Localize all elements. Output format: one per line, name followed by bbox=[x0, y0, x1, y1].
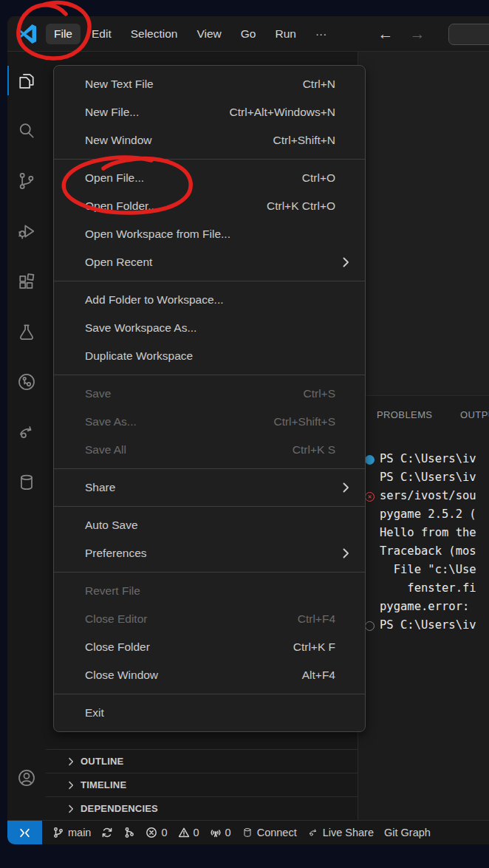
menu-item-preferences[interactable]: Preferences bbox=[54, 539, 365, 567]
terminal-marker-pending-icon bbox=[365, 621, 375, 631]
menubar-item-more[interactable]: ··· bbox=[307, 24, 335, 44]
menu-item-new-text-file[interactable]: New Text FileCtrl+N bbox=[54, 70, 365, 98]
section-chevron-icon bbox=[65, 779, 77, 791]
menu-item-new-file[interactable]: New File...Ctrl+Alt+Windows+N bbox=[54, 98, 365, 126]
status-item-label: 0 bbox=[161, 827, 167, 838]
activity-item-database[interactable] bbox=[7, 462, 46, 503]
terminal-line-text: fenster.fi bbox=[380, 581, 476, 595]
file-menu-dropdown: New Text FileCtrl+NNew File...Ctrl+Alt+W… bbox=[53, 65, 366, 732]
bottom-panel: PROBLEMS OUTPUT PS C:\Users\ivPS C:\User… bbox=[358, 395, 489, 820]
history-nav: ← → bbox=[377, 26, 425, 41]
menubar-item-run[interactable]: Run bbox=[267, 24, 304, 44]
menubar-item-view[interactable]: View bbox=[188, 24, 229, 44]
status-item-0[interactable]: 0 bbox=[178, 827, 199, 838]
activity-item-gitlens[interactable] bbox=[7, 361, 46, 403]
menubar-item-selection[interactable]: Selection bbox=[123, 24, 186, 44]
status-item-0[interactable]: 0 bbox=[146, 827, 167, 838]
menu-item-open-workspace-from-file[interactable]: Open Workspace from File... bbox=[54, 220, 365, 248]
activity-item-live-share[interactable] bbox=[7, 411, 46, 453]
vscode-window: FileEditSelectionViewGoRun··· ← → OUTLIN… bbox=[7, 16, 489, 844]
section-chevron-icon bbox=[65, 756, 77, 768]
menu-item-open-folder[interactable]: Open Folder...Ctrl+K Ctrl+O bbox=[54, 192, 365, 220]
status-item-git-graph[interactable] bbox=[123, 827, 135, 838]
sidebar-section-dependencies[interactable]: DEPENDENCIES bbox=[46, 796, 358, 820]
menu-item-exit[interactable]: Exit bbox=[54, 699, 365, 727]
menu-item-save: SaveCtrl+S bbox=[54, 380, 365, 408]
status-item-live-share[interactable]: Live Share bbox=[307, 827, 374, 838]
explorer-icon bbox=[16, 70, 37, 91]
menu-item-close-window[interactable]: Close WindowAlt+F4 bbox=[54, 661, 365, 689]
activity-item-run-and-debug[interactable] bbox=[7, 211, 46, 252]
back-arrow-icon[interactable]: ← bbox=[377, 26, 393, 41]
menu-item-label: Save bbox=[85, 387, 111, 400]
menu-item-label: Preferences bbox=[85, 547, 147, 560]
menu-item-open-file[interactable]: Open File...Ctrl+O bbox=[54, 164, 365, 192]
activity-item-search[interactable] bbox=[7, 110, 46, 151]
terminal-marker-error-icon: ✕ bbox=[365, 492, 375, 502]
submenu-chevron-icon bbox=[338, 546, 353, 561]
terminal-line: fenster.fi bbox=[358, 579, 489, 598]
tab-problems[interactable]: PROBLEMS bbox=[377, 409, 432, 420]
activity-item-explorer[interactable] bbox=[7, 60, 46, 101]
menubar-item-file[interactable]: File bbox=[46, 24, 81, 44]
menu-item-shortcut: Ctrl+N bbox=[303, 78, 335, 91]
activity-item-accounts[interactable] bbox=[7, 757, 46, 799]
status-items: main000ConnectLive ShareGit Graph bbox=[42, 827, 431, 838]
menu-item-save-workspace-as[interactable]: Save Workspace As... bbox=[54, 314, 365, 342]
forward-arrow-icon[interactable]: → bbox=[409, 26, 425, 41]
menu-item-duplicate-workspace[interactable]: Duplicate Workspace bbox=[54, 342, 365, 370]
menu-item-new-window[interactable]: New WindowCtrl+Shift+N bbox=[54, 126, 365, 154]
warning-triangle-icon bbox=[178, 827, 190, 838]
terminal-line-text: Traceback (mos bbox=[380, 544, 476, 558]
terminal-line: pygame 2.5.2 ( bbox=[358, 505, 489, 524]
terminal-line: Hello from the bbox=[358, 524, 489, 542]
search-icon bbox=[16, 120, 37, 141]
activity-item-source-control[interactable] bbox=[7, 160, 46, 202]
editor-area bbox=[358, 52, 489, 395]
status-item-label: 0 bbox=[194, 827, 199, 838]
menubar-item-edit[interactable]: Edit bbox=[83, 24, 120, 44]
live-share-icon bbox=[16, 422, 37, 442]
menu-item-save-all: Save AllCtrl+K S bbox=[54, 436, 365, 464]
status-bar: main000ConnectLive ShareGit Graph bbox=[7, 820, 489, 844]
activity-item-extensions[interactable] bbox=[7, 261, 46, 302]
accounts-icon bbox=[16, 768, 37, 788]
terminal-line: File "c:\Use bbox=[358, 561, 489, 579]
menu-item-shortcut: Ctrl+Shift+S bbox=[273, 415, 335, 428]
status-item-main[interactable]: main bbox=[52, 827, 91, 838]
menu-item-close-folder[interactable]: Close FolderCtrl+K F bbox=[54, 633, 365, 661]
menu-item-shortcut: Alt+F4 bbox=[302, 669, 335, 682]
menu-item-save-as: Save As...Ctrl+Shift+S bbox=[54, 408, 365, 436]
database-icon bbox=[16, 472, 37, 493]
status-item-label: Git Graph bbox=[384, 827, 431, 838]
terminal-line: PS C:\Users\iv bbox=[358, 616, 489, 635]
menu-item-add-folder-to-workspace[interactable]: Add Folder to Workspace... bbox=[54, 286, 365, 314]
command-center-search-input[interactable] bbox=[448, 24, 489, 45]
status-item-label: Connect bbox=[257, 827, 297, 838]
sidebar-section-timeline[interactable]: TIMELINE bbox=[46, 773, 358, 796]
menu-item-share[interactable]: Share bbox=[54, 474, 365, 502]
sidebar-section-outline[interactable]: OUTLINE bbox=[46, 749, 358, 773]
status-item-connect[interactable]: Connect bbox=[242, 827, 297, 838]
terminal-line-text: pygame.error: bbox=[380, 600, 469, 613]
menu-item-open-recent[interactable]: Open Recent bbox=[54, 248, 365, 276]
status-item-git-graph[interactable]: Git Graph bbox=[384, 827, 431, 838]
menu-separator bbox=[54, 281, 365, 281]
menu-item-label: Save As... bbox=[85, 415, 137, 428]
activity-item-testing[interactable] bbox=[7, 311, 46, 352]
sidebar-sections: OUTLINETIMELINEDEPENDENCIES bbox=[46, 749, 358, 820]
menu-item-label: Open File... bbox=[85, 171, 144, 185]
menu-item-auto-save[interactable]: Auto Save bbox=[54, 511, 365, 539]
status-item-sync[interactable] bbox=[101, 827, 113, 838]
remote-indicator-button[interactable] bbox=[7, 821, 42, 845]
section-label: TIMELINE bbox=[81, 779, 126, 790]
menu-item-label: Close Window bbox=[85, 669, 158, 682]
menu-item-label: Save Workspace As... bbox=[85, 321, 196, 335]
tab-output[interactable]: OUTPUT bbox=[460, 409, 489, 420]
menu-item-label: Save All bbox=[85, 443, 126, 457]
menubar-item-go[interactable]: Go bbox=[233, 24, 264, 44]
menu-item-shortcut: Ctrl+Alt+Windows+N bbox=[230, 106, 335, 119]
menu-item-close-editor: Close EditorCtrl+F4 bbox=[54, 605, 365, 633]
status-item-0[interactable]: 0 bbox=[210, 827, 231, 838]
activity-bar bbox=[7, 52, 46, 820]
